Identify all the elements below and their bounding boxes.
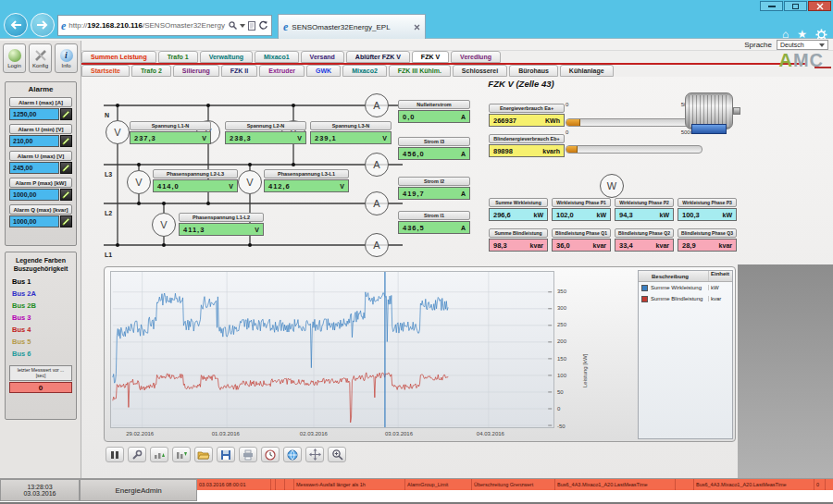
bus-2a-label: Bus 2A xyxy=(12,289,76,298)
ie-icon: e xyxy=(61,20,66,31)
print-button[interactable] xyxy=(239,447,257,462)
bus-legend-title: Legende Farben Buszugehörigkeit xyxy=(6,257,76,274)
language-select[interactable]: Deutsch xyxy=(777,40,828,50)
tab-trafo-1[interactable]: Trafo 1 xyxy=(158,51,198,63)
tab-startseite[interactable]: Startseite xyxy=(81,65,130,77)
active-power-color-chip xyxy=(641,285,648,291)
konfig-label: Konfig xyxy=(32,63,48,68)
export-chart-button[interactable] xyxy=(150,447,168,462)
save-button[interactable] xyxy=(217,447,235,462)
forward-button[interactable] xyxy=(31,13,55,37)
tab-fzk-v[interactable]: FZK V xyxy=(412,51,449,63)
refresh-icon[interactable] xyxy=(258,20,268,31)
alarm-u-min-label: Alarm U (min) [V] xyxy=(9,124,72,134)
tab-gwk[interactable]: GWK xyxy=(306,65,341,77)
status-date: 03.03.2016 xyxy=(23,490,56,497)
voltage-l2n-box: Spannung L2-N 238,3V xyxy=(225,121,306,144)
tab-fzk-ii[interactable]: FZK II xyxy=(221,65,257,77)
energy-consumption-label: Energieverbrauch Ea+ xyxy=(489,104,565,113)
legend-row-reactive-power[interactable]: Summe Blindleistung kvar xyxy=(639,293,732,304)
active-power-sum-unit: kW xyxy=(534,212,548,218)
alarm-i-max-edit-button[interactable] xyxy=(60,108,72,120)
current-i2-value: 419,7 xyxy=(399,190,425,198)
time-range-button[interactable] xyxy=(261,447,280,462)
tab-summen-leistung[interactable]: Summen Leistung xyxy=(81,51,156,63)
voltage-l3n-value: 239,1 xyxy=(311,134,337,142)
tools-button[interactable] xyxy=(128,447,146,462)
alarm-p-max-edit-button[interactable] xyxy=(60,189,72,201)
login-label: Login xyxy=(7,63,21,68)
current-i1-box: Strom I1 436,5A xyxy=(398,211,470,234)
reactive-power-q3-label: Blindleistung Phase Q3 xyxy=(678,228,737,238)
tab-fzk-iii-kuehlm[interactable]: FZK III Kühlm. xyxy=(389,65,451,77)
window-minimize-button[interactable] xyxy=(760,1,783,11)
alarm-i-max-input[interactable]: 1250,00 xyxy=(9,108,59,120)
current-i3-box: Strom I3 456,0A xyxy=(398,137,470,160)
tab-extruder[interactable]: Extruder xyxy=(259,65,305,77)
reactive-energy-value: 89898 xyxy=(490,147,513,155)
alarm-u-min-input[interactable]: 210,00 xyxy=(9,135,59,147)
alarm-spacer-2 xyxy=(676,479,694,490)
tab-kuehlanlage[interactable]: Kühlanlage xyxy=(560,65,614,77)
active-power-p1-label: Wirkleistung Phase P1 xyxy=(552,198,611,207)
reactive-power-q2-value: 33,4 xyxy=(615,241,633,250)
konfig-button[interactable]: Konfig xyxy=(29,43,52,73)
tab-abluefter-fzk-v[interactable]: Ablüfter FZK V xyxy=(346,51,410,63)
export-data-button[interactable] xyxy=(172,447,191,462)
status-bar: 13:28:03 03.03.2016 EnergieAdmin 03.03.2… xyxy=(0,478,833,504)
browser-tab-title: SENSOmaster32Energy_EPL xyxy=(292,23,410,31)
alarm-flag-2 xyxy=(285,479,294,490)
alarm-q-max-input[interactable]: 1000,00 xyxy=(9,215,59,227)
search-dropdown-caret[interactable] xyxy=(240,24,245,28)
alarm-filler xyxy=(826,479,833,490)
tab-schlosserei[interactable]: Schlosserei xyxy=(453,65,507,77)
tab-veredlung[interactable]: Veredlung xyxy=(451,51,501,63)
zoom-in-button[interactable] xyxy=(328,447,346,462)
address-bar[interactable]: e http://192.168.210.116/SENSOmaster32En… xyxy=(57,15,272,36)
window-close-button[interactable] xyxy=(808,1,831,11)
pan-button[interactable] xyxy=(305,447,324,462)
energy-consumption-value: 266937 xyxy=(490,117,516,125)
y-tick-label: -50 xyxy=(557,424,579,429)
open-folder-button[interactable] xyxy=(194,447,213,462)
tab-versand[interactable]: Versand xyxy=(301,51,344,63)
tab-silierung[interactable]: Silierung xyxy=(173,65,219,77)
page-tabs: Summen Leistung Trafo 1 Verwaltung Mixac… xyxy=(81,51,833,77)
tab-buerohaus[interactable]: Bürohaus xyxy=(509,65,558,77)
info-button[interactable]: i Info xyxy=(55,43,78,73)
legend-row-active-power[interactable]: Summe Wirkleistung kW xyxy=(639,282,732,293)
pause-button[interactable] xyxy=(106,447,124,462)
ammeter-i2: A xyxy=(365,191,389,215)
tab-verwaltung[interactable]: Verwaltung xyxy=(200,51,253,63)
browser-tab[interactable]: e SENSOmaster32Energy_EPL xyxy=(278,14,426,39)
back-button[interactable] xyxy=(4,13,28,37)
ammeter-i1: A xyxy=(365,233,389,257)
alarm-u-max-input[interactable]: 245,00 xyxy=(9,162,59,174)
active-alarm-row[interactable]: 03.03.2016 08:00:01 Messwert-Ausfall län… xyxy=(197,479,833,490)
refresh-globe-button[interactable] xyxy=(283,447,302,462)
alarm-p-max-input[interactable]: 1000,00 xyxy=(9,189,59,201)
phase-voltage-l1l2-unit: V xyxy=(255,227,263,233)
window-maximize-button[interactable] xyxy=(784,1,807,11)
chart-plot-area[interactable] xyxy=(110,271,554,428)
active-power-p1-box: Wirkleistung Phase P1 102,0kW xyxy=(552,198,611,221)
close-tab-icon[interactable] xyxy=(414,24,420,31)
tab-trafo-2[interactable]: Trafo 2 xyxy=(131,65,171,77)
reactive-power-q1-box: Blindleistung Phase Q1 36,0kvar xyxy=(552,228,611,252)
reactive-power-q3-box: Blindleistung Phase Q3 28,9kvar xyxy=(678,228,737,252)
reactive-energy-label: Blindenergieverbrauch Eb+ xyxy=(489,134,565,143)
tab-mixaco2[interactable]: Mixaco2 xyxy=(342,65,387,77)
active-power-p1-unit: kW xyxy=(597,212,611,218)
compatibility-page-icon[interactable] xyxy=(248,21,255,31)
alarm-u-min-edit-button[interactable] xyxy=(60,135,72,147)
login-button[interactable]: Login xyxy=(3,43,26,73)
current-i3-value: 456,0 xyxy=(399,150,425,158)
search-icon[interactable] xyxy=(229,21,237,30)
reactive-energy-progress-slider[interactable] xyxy=(566,145,702,154)
phase-voltage-l3l1-label: Phasenspannung L3-L1 xyxy=(264,169,349,178)
energy-progress-slider[interactable] xyxy=(566,118,702,127)
alarm-q-max-edit-button[interactable] xyxy=(60,215,72,227)
tab-mixaco1[interactable]: Mixaco1 xyxy=(255,51,299,63)
active-power-p2-value: 94,3 xyxy=(615,211,633,219)
alarm-u-max-edit-button[interactable] xyxy=(60,162,72,174)
